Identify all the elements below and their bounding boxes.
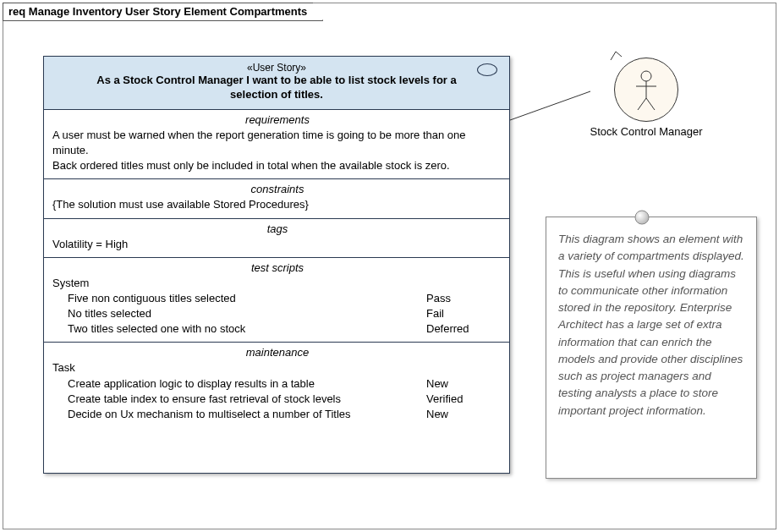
story-header: «User Story» As a Stock Control Manager … xyxy=(44,57,509,110)
pin-icon xyxy=(634,209,650,226)
maintenance-group: Task xyxy=(52,360,502,376)
actor-element[interactable]: Stock Control Manager xyxy=(579,58,714,138)
maintenance-title: maintenance xyxy=(52,346,502,359)
testscript-status: Deferred xyxy=(426,321,502,337)
testscript-row: Two titles selected one with no stock De… xyxy=(52,321,502,337)
svg-point-6 xyxy=(635,211,649,224)
user-story-element[interactable]: «User Story» As a Stock Control Manager … xyxy=(43,56,510,474)
stereotype-label: «User Story» xyxy=(78,62,475,74)
maintenance-status: Verified xyxy=(426,392,502,407)
constraints-body: {The solution must use available Stored … xyxy=(52,197,502,212)
tags-body: Volatility = High xyxy=(52,237,502,252)
testscript-row: Five non contiguous titles selected Pass xyxy=(52,291,502,306)
requirement-item: A user must be warned when the report ge… xyxy=(52,128,502,158)
testscript-label: No titles selected xyxy=(52,306,426,321)
testscripts-group: System xyxy=(52,276,502,291)
testscripts-title: test scripts xyxy=(52,261,502,274)
note-text: This diagram shows an element with a var… xyxy=(558,233,744,417)
actor-label: Stock Control Manager xyxy=(579,125,714,138)
actor-boundary-circle xyxy=(614,58,678,122)
actor-stick-icon xyxy=(634,69,659,112)
frame-title: req Manage Inventory User Story Element … xyxy=(3,3,323,21)
requirement-item: Back ordered titles must only be include… xyxy=(52,158,502,173)
svg-point-1 xyxy=(641,71,651,81)
maintenance-label: Create application logic to display resu… xyxy=(52,376,426,392)
testscript-label: Two titles selected one with no stock xyxy=(52,321,426,337)
requirements-title: requirements xyxy=(52,113,502,126)
maintenance-row: Create application logic to display resu… xyxy=(52,376,502,392)
tags-title: tags xyxy=(52,222,502,235)
compartment-testscripts: test scripts System Five non contiguous … xyxy=(44,258,509,343)
compartment-constraints: constraints {The solution must use avail… xyxy=(44,179,509,218)
maintenance-status: New xyxy=(426,376,502,392)
maintenance-row: Decide on Ux mechanism to multiselect a … xyxy=(52,407,502,422)
note-element[interactable]: This diagram shows an element with a var… xyxy=(546,217,757,479)
testscript-row: No titles selected Fail xyxy=(52,306,502,321)
testscript-label: Five non contiguous titles selected xyxy=(52,291,426,306)
compartment-tags: tags Volatility = High xyxy=(44,219,509,258)
maintenance-label: Create table index to ensure fast retrie… xyxy=(52,392,426,407)
svg-line-4 xyxy=(638,98,646,110)
diagram-frame: req Manage Inventory User Story Element … xyxy=(3,3,776,529)
svg-line-5 xyxy=(646,98,655,110)
maintenance-label: Decide on Ux mechanism to multiselect a … xyxy=(52,407,426,422)
maintenance-status: New xyxy=(426,407,502,422)
testscript-status: Pass xyxy=(426,291,502,306)
story-description: As a Stock Control Manager I want to be … xyxy=(78,74,475,102)
compartment-maintenance: maintenance Task Create application logi… xyxy=(44,343,509,473)
usecase-oval-icon xyxy=(477,63,497,76)
compartment-requirements: requirements A user must be warned when … xyxy=(44,110,509,180)
maintenance-row: Create table index to ensure fast retrie… xyxy=(52,392,502,407)
constraints-title: constraints xyxy=(52,183,502,195)
testscript-status: Fail xyxy=(426,306,502,321)
